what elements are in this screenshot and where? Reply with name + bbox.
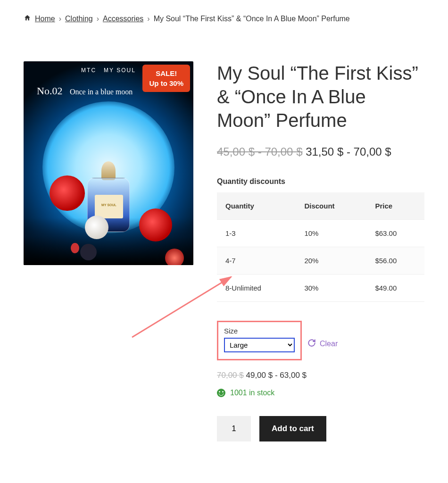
size-label: Size — [224, 327, 295, 335]
clear-variations-link[interactable]: Clear — [307, 339, 338, 349]
chevron-right-icon: › — [59, 15, 61, 23]
table-row: 1-3 10% $63.00 — [217, 220, 424, 247]
add-to-cart-button[interactable]: Add to cart — [259, 416, 326, 441]
product-price: 45,00 $ - 70,00 $ 31,50 $ - 70,00 $ — [217, 145, 424, 158]
stock-status: 1001 in stock — [217, 389, 424, 397]
home-icon — [24, 14, 31, 24]
breadcrumb-current: My Soul “The First Kiss” & “Once In A Bl… — [154, 15, 350, 23]
th-discount: Discount — [296, 192, 366, 220]
breadcrumb-accessories[interactable]: Accessories — [103, 15, 143, 23]
svg-line-0 — [132, 277, 231, 337]
variation-price: 70,00 $ 49,00 $ - 63,00 $ — [217, 371, 424, 380]
price-old: 45,00 $ - 70,00 $ — [217, 145, 302, 158]
image-no-label: No.02 Once in a blue moon — [37, 85, 133, 97]
breadcrumb-home[interactable]: Home — [35, 15, 55, 23]
size-select[interactable]: Large — [224, 338, 295, 352]
sale-badge: SALE! Up to 30% — [142, 65, 190, 92]
chevron-right-icon: › — [147, 15, 149, 23]
product-title: My Soul “The First Kiss” & “Once In A Bl… — [217, 61, 424, 132]
price-new: 31,50 $ - 70,00 $ — [306, 145, 391, 158]
table-row: 4-7 20% $56.00 — [217, 247, 424, 275]
quantity-input[interactable] — [217, 416, 251, 441]
breadcrumb-clothing[interactable]: Clothing — [65, 15, 93, 23]
th-price: Price — [366, 192, 424, 220]
table-row: 8-Unlimited 30% $49.00 — [217, 275, 424, 302]
quantity-discounts-table: Quantity Discount Price 1-3 10% $63.00 4… — [217, 192, 424, 302]
th-quantity: Quantity — [217, 192, 296, 220]
refresh-icon — [307, 339, 316, 349]
smiley-icon — [217, 389, 225, 397]
chevron-right-icon: › — [97, 15, 99, 23]
quantity-discounts-heading: Quantity discounts — [217, 177, 424, 186]
size-attribute-box: Size Large — [217, 321, 302, 360]
product-gallery: MTC MY SOUL No.02 Once in a blue moon MY… — [24, 61, 193, 265]
breadcrumb: Home › Clothing › Accessories › My Soul … — [24, 14, 424, 24]
